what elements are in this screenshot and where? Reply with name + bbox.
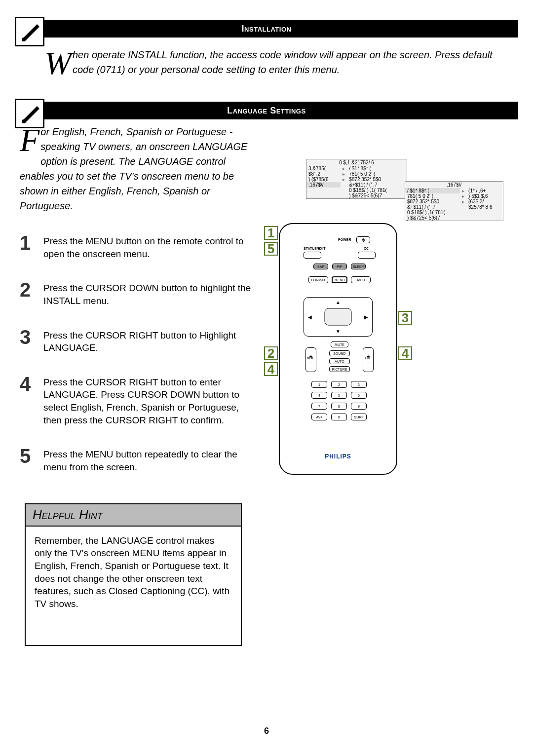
cc-button[interactable] [358,252,376,259]
num-0[interactable]: 0 [331,414,347,420]
step-3: 3 Press the CURSOR RIGHT button to Highl… [20,327,252,354]
svg-point-1 [22,119,26,123]
menu-header: ,167$// [405,182,503,188]
step-text: Press the CURSOR DOWN button to highligh… [43,280,252,307]
callout-2: 2 [264,346,278,360]
dpad[interactable]: ▲ ▼ ◀ ▶ [304,297,373,337]
num-1[interactable]: 1 [311,381,327,388]
osd-menu-install: ,167$// / $1* 8$* (▸(1* / ,6+ 781( 5 0 2… [405,181,503,221]
ch-rocker[interactable]: +– [363,347,374,372]
sound-button[interactable]: SOUND [329,350,350,356]
remote-control: POWER ⏻ STATUS/EXIT CC SAP PIP SLEEP FOR… [279,223,397,475]
svg-point-0 [22,38,26,41]
down-arrow-icon[interactable]: ▼ [336,329,341,334]
section-header-installation: Installation [15,20,518,38]
menu-header: 0 $,1 &21752/ 6 [306,159,407,166]
mute-button[interactable]: MUTE [331,341,348,347]
up-arrow-icon[interactable]: ▲ [336,300,341,305]
callout-4: 4 [264,362,278,376]
callout-4b: 4 [398,346,412,360]
dpad-ok[interactable] [325,308,352,326]
intro-text: hen operate INSTALL function, the access… [73,49,493,75]
step-text: Press the MENU button on the remote cont… [43,233,252,260]
osd-menu-main: 0 $,1 &21752/ 6 3,&785(▸/ $1* 8$* ( $8' … [306,159,407,199]
num-5[interactable]: 5 [331,392,347,399]
step-number: 1 [20,233,35,260]
menu-button[interactable]: MENU [332,276,347,283]
auto-button[interactable]: AUTO [329,358,350,364]
num-2[interactable]: 2 [331,381,347,388]
page-number: 6 [264,726,269,736]
intro-text: or English, French, Spanish or Portugues… [20,126,247,211]
num-9[interactable]: 9 [351,403,367,410]
status-button[interactable] [304,252,321,259]
section-header-language: Language Settings [15,102,518,119]
step-number: 4 [20,374,35,427]
callout-3: 3 [398,311,412,325]
vol-rocker[interactable]: +– [305,347,316,372]
callout-5: 5 [264,242,278,256]
num-4[interactable]: 4 [311,392,327,399]
right-arrow-icon[interactable]: ▶ [364,314,368,320]
step-number: 3 [20,327,35,354]
section-title: Language Settings [227,106,305,116]
step-4: 4 Press the CURSOR RIGHT button to enter… [20,374,252,427]
num-7[interactable]: 7 [311,403,327,410]
step-number: 5 [20,446,35,473]
step-number: 2 [20,280,35,307]
format-button[interactable]: FORMAT [308,276,328,283]
section-title: Installation [242,24,292,34]
step-1: 1 Press the MENU button on the remote co… [20,233,252,260]
vol-label: VOL [307,356,314,360]
cc-label: CC [364,247,369,250]
surf-button[interactable]: SURF [351,414,367,420]
dropcap: F [20,126,39,154]
av-button[interactable]: AV+ [311,414,327,420]
step-text: Press the CURSOR RIGHT button to enter L… [43,374,252,427]
step-text: Press the MENU button repeatedly to clea… [43,446,252,473]
ch-label: CH [365,356,370,360]
status-label: STATUS/EXIT [304,247,325,250]
note-icon [15,99,44,128]
num-6[interactable]: 6 [351,392,367,399]
callout-1: 1 [264,226,278,240]
hint-body: Remember, the LANGUAGE control makes onl… [26,527,241,645]
num-8[interactable]: 8 [331,403,347,410]
num-3[interactable]: 3 [351,381,367,388]
installation-intro: W hen operate INSTALL function, the acce… [15,42,518,92]
dropcap: W [44,49,72,77]
picture-button[interactable]: PICTURE [329,366,350,372]
hint-title: Helpful Hint [26,504,241,527]
brand-label: PHILIPS [325,453,351,460]
power-label: POWER [338,238,351,241]
note-icon [15,17,44,46]
step-2: 2 Press the CURSOR DOWN button to highli… [20,280,252,307]
pip-button[interactable]: PIP [332,264,347,269]
step-text: Press the CURSOR RIGHT button to Highlig… [43,327,252,354]
helpful-hint-box: Helpful Hint Remember, the LANGUAGE cont… [25,503,242,646]
left-arrow-icon[interactable]: ◀ [308,314,312,320]
step-5: 5 Press the MENU button repeatedly to cl… [20,446,252,473]
sleep-button[interactable]: SLEEP [351,264,366,269]
avch-button[interactable]: A/CH [351,276,371,283]
language-intro: F or English, French, Spanish or Portugu… [20,124,252,213]
power-button[interactable]: ⏻ [356,236,370,243]
sap-button[interactable]: SAP [313,264,328,269]
